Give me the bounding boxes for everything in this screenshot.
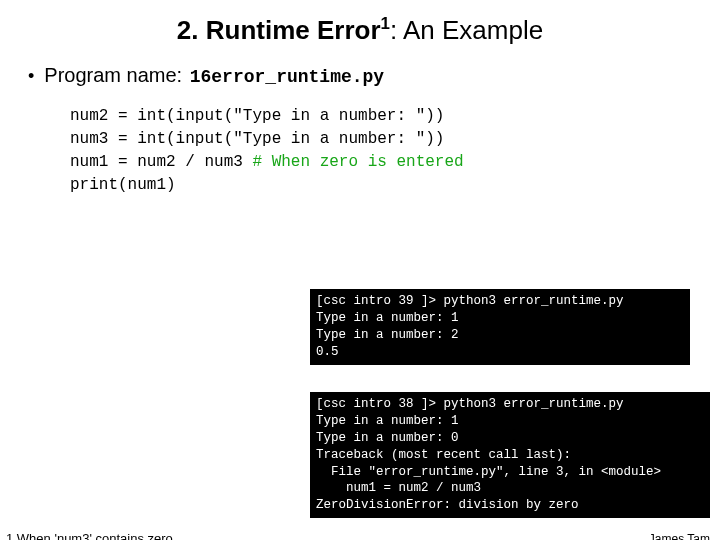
bullet-icon: • — [28, 66, 34, 87]
slide-title: 2. Runtime Error1: An Example — [0, 14, 720, 46]
code-line-1: num2 = int(input("Type in a number: ")) — [70, 107, 444, 125]
title-number: 2. — [177, 15, 199, 45]
footnote-right: James Tam — [649, 532, 710, 540]
title-sup: 1 — [381, 14, 390, 33]
terminal-output-error: [csc intro 38 ]> python3 error_runtime.p… — [310, 392, 710, 518]
bullet-label: Program name: — [44, 64, 182, 87]
terminal-output-success: [csc intro 39 ]> python3 error_runtime.p… — [310, 289, 690, 365]
title-bold: Runtime Error — [206, 15, 381, 45]
code-line-4: print(num1) — [70, 176, 176, 194]
title-tail: : An Example — [390, 15, 543, 45]
code-line-3a: num1 = num2 / num3 — [70, 153, 252, 171]
bullet-program-name: • Program name: 16error_runtime.py — [28, 64, 720, 87]
code-comment: # When zero is entered — [252, 153, 463, 171]
code-block: num2 = int(input("Type in a number: ")) … — [70, 105, 720, 198]
code-line-2: num3 = int(input("Type in a number: ")) — [70, 130, 444, 148]
program-filename: 16error_runtime.py — [190, 67, 384, 87]
footnote-left: 1 When 'num3' contains zero — [6, 531, 173, 540]
